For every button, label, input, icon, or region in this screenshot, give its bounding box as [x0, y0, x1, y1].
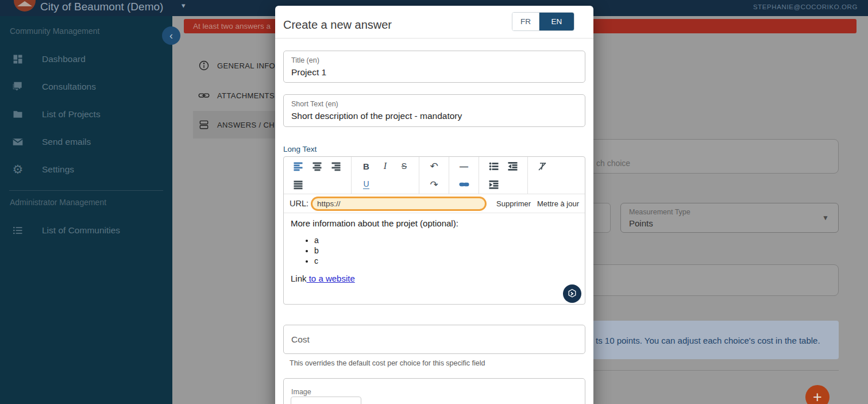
title-en-field[interactable]: Title (en) Project 1 [283, 51, 585, 83]
mountain-graphic [17, 1, 32, 6]
tab-label: ANSWERS / CH [217, 121, 275, 129]
dashboard-icon [11, 52, 25, 66]
editor-bullet-list: a b c [291, 236, 578, 266]
toolbar-group-style: B I S U [352, 157, 419, 194]
link-icon [198, 90, 210, 101]
editor-content[interactable]: More information about the projet (optio… [284, 213, 585, 305]
underline-button[interactable]: U [357, 176, 376, 193]
align-right-button[interactable] [327, 158, 346, 174]
measurement-type-value: Points [629, 218, 653, 228]
sidebar-item-label: List of Communities [42, 225, 120, 236]
bullet-item: b [314, 246, 578, 255]
tab-answers-choices[interactable]: ANSWERS / CH [193, 111, 275, 138]
add-answer-fab[interactable]: + [805, 385, 830, 404]
toolbar-group-clear [528, 157, 557, 194]
bold-button[interactable]: B [357, 158, 376, 174]
italic-button[interactable]: I [376, 158, 395, 174]
sidebar-item-settings[interactable]: ⚙ Settings [0, 161, 172, 178]
clear-formatting-button[interactable] [533, 158, 552, 174]
folder-icon [11, 107, 25, 121]
short-text-en-label: Short Text (en) [291, 100, 338, 108]
bullet-item: a [314, 236, 578, 245]
website-link[interactable]: to a website [307, 274, 355, 283]
editor-paragraph: More information about the projet (optio… [291, 218, 578, 228]
sidebar-divider [9, 190, 163, 191]
list-icon [11, 224, 25, 237]
sidebar-nav: Community Management Dashboard Consultat… [0, 16, 172, 404]
tab-label: GENERAL INFO [217, 61, 275, 70]
sidebar-item-label: Send emails [42, 137, 91, 147]
points-info-text: ts 10 points. You can adjust each choice… [596, 336, 820, 345]
toolbar-group-history: ↶ ↷ [419, 157, 449, 194]
org-dropdown-caret-icon[interactable]: ▾ [182, 1, 186, 10]
link-update-button[interactable]: Mettre à jour [537, 199, 579, 208]
url-label: URL: [290, 199, 308, 208]
lang-fr-button[interactable]: FR [512, 13, 539, 30]
chevron-down-icon: ▼ [822, 214, 829, 222]
long-text-label: Long Text [283, 145, 317, 153]
org-title[interactable]: City of Beaumont (Demo) [40, 1, 163, 13]
sidebar-collapse-button[interactable]: ‹ [162, 26, 180, 45]
sidebar-item-dashboard[interactable]: Dashboard [0, 51, 172, 68]
align-justify-button[interactable] [289, 176, 308, 193]
sidebar-item-label: List of Projects [42, 109, 101, 120]
tab-label: ATTACHMENTS [217, 91, 275, 100]
background-field-fragment-text: ch choice [596, 159, 630, 168]
error-banner-text: At least two answers a [193, 22, 271, 30]
sidebar-item-consultations[interactable]: Consultations [0, 78, 172, 95]
modal-title: Create a new answer [283, 18, 392, 32]
cost-helper-text: This overrides the default cost per choi… [290, 359, 485, 367]
image-placeholder [291, 397, 361, 404]
image-label: Image [291, 388, 311, 396]
image-field[interactable]: Image [283, 378, 585, 404]
horizontal-rule-button[interactable]: — [454, 158, 473, 174]
info-icon [198, 60, 210, 71]
measurement-type-select[interactable]: Measurement Type Points ▼ [620, 203, 839, 233]
indent-decrease-button[interactable] [503, 158, 522, 174]
sidebar-section-administrator-management: Administrator Management [10, 198, 106, 207]
forum-icon [11, 80, 25, 94]
cost-label: Cost [291, 334, 310, 345]
sidebar-item-label: Consultations [42, 82, 96, 92]
user-email[interactable]: STEPHANIE@COCORIKO.ORG [753, 3, 858, 10]
email-icon [11, 135, 25, 149]
url-input[interactable]: https:// [311, 197, 487, 211]
toolbar-group-lists [479, 157, 528, 194]
rich-text-editor: B I S U ↶ ↷ — [283, 156, 585, 305]
answers-icon [198, 119, 210, 130]
insert-link-button[interactable] [454, 176, 473, 193]
plus-icon: + [813, 388, 822, 404]
tab-general-info[interactable]: GENERAL INFO [193, 52, 275, 79]
short-text-en-value: Short description of the project - manda… [291, 111, 462, 121]
link-edit-popup: URL: https:// Supprimer Mettre à jour [284, 194, 585, 213]
editor-toolbar: B I S U ↶ ↷ — [284, 157, 585, 194]
toolbar-group-insert: — [449, 157, 479, 194]
sidebar-item-label: Dashboard [42, 54, 86, 64]
create-answer-modal: Create a new answer FR EN Title (en) Pro… [275, 6, 593, 404]
gear-icon: ⚙ [11, 163, 25, 176]
screen: City of Beaumont (Demo) ▾ STEPHANIE@COCO… [0, 0, 868, 404]
redo-button[interactable]: ↷ [425, 176, 443, 193]
lang-en-button[interactable]: EN [539, 13, 574, 30]
editor-link-line: Link to a website [291, 274, 578, 283]
short-text-en-field[interactable]: Short Text (en) Short description of the… [283, 94, 585, 127]
bulleted-list-button[interactable] [484, 158, 503, 174]
browser-assistant-icon[interactable] [563, 284, 581, 303]
sidebar-item-label: Settings [42, 164, 74, 175]
bullet-item: c [314, 256, 578, 266]
align-left-button[interactable] [289, 158, 308, 174]
sidebar-item-list-of-communities[interactable]: List of Communities [0, 222, 172, 239]
sidebar-section-community-management: Community Management [10, 26, 99, 36]
undo-button[interactable]: ↶ [425, 158, 443, 174]
align-center-button[interactable] [308, 158, 327, 174]
title-en-value: Project 1 [291, 67, 326, 78]
cost-field[interactable]: Cost [283, 325, 585, 354]
measurement-type-label: Measurement Type [629, 208, 690, 216]
sidebar-item-send-emails[interactable]: Send emails [0, 133, 172, 151]
strikethrough-button[interactable]: S [395, 158, 414, 174]
link-delete-button[interactable]: Supprimer [496, 199, 531, 208]
indent-increase-button[interactable] [484, 176, 503, 193]
tab-attachments[interactable]: ATTACHMENTS [193, 82, 275, 109]
title-en-label: Title (en) [291, 56, 319, 64]
sidebar-item-list-of-projects[interactable]: List of Projects [0, 106, 172, 123]
